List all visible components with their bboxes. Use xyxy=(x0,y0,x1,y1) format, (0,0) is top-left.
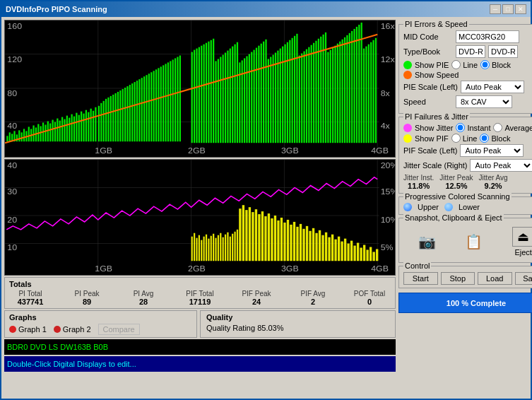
camera-button[interactable]: 📷 xyxy=(418,233,436,250)
svg-rect-97 xyxy=(232,47,233,143)
svg-text:40: 40 xyxy=(7,161,17,170)
graph1-item[interactable]: Graph 1 xyxy=(9,324,47,335)
show-pif-label[interactable]: Show PIF xyxy=(415,134,449,143)
svg-rect-66 xyxy=(148,73,150,141)
pif-peak-value: 24 xyxy=(252,298,261,306)
svg-rect-55 xyxy=(122,89,124,141)
svg-rect-31 xyxy=(64,119,65,142)
quality-title: Quality xyxy=(206,313,389,322)
graph-items: Graph 1 Graph 2 Compare xyxy=(9,324,192,335)
svg-rect-220 xyxy=(309,231,311,261)
svg-rect-196 xyxy=(234,232,235,261)
svg-rect-143 xyxy=(342,40,343,143)
svg-rect-92 xyxy=(220,57,221,143)
compare-button[interactable]: Compare xyxy=(98,324,140,335)
lower-chart: 40 30 20 10 20% 15% 10% 5% 1GB 2GB 3GB 4… xyxy=(4,159,396,276)
svg-rect-225 xyxy=(325,233,327,261)
svg-rect-115 xyxy=(275,53,276,143)
jitter-radio-instant-input[interactable] xyxy=(456,123,465,132)
upper-dot xyxy=(403,203,412,211)
show-speed-label[interactable]: Show Speed xyxy=(415,71,459,79)
svg-rect-76 xyxy=(172,59,174,141)
type-book-row: Type/Book xyxy=(403,45,532,58)
lower-chart-svg: 40 30 20 10 20% 15% 10% 5% 1GB 2GB 3GB 4… xyxy=(5,160,395,275)
svg-rect-146 xyxy=(349,33,350,143)
start-button[interactable]: Start xyxy=(403,272,438,285)
svg-rect-224 xyxy=(321,235,324,261)
minimize-button[interactable]: ─ xyxy=(490,4,501,14)
clipboard-icon: 📋 xyxy=(465,233,483,250)
svg-rect-226 xyxy=(328,237,330,261)
show-jitter-row: Show Jitter Instant Average xyxy=(403,123,532,132)
svg-rect-59 xyxy=(131,83,133,141)
svg-rect-84 xyxy=(201,46,202,143)
pof-total-label: POF Total xyxy=(354,290,385,298)
svg-rect-41 xyxy=(88,112,89,142)
svg-rect-235 xyxy=(357,243,359,261)
svg-rect-180 xyxy=(196,238,197,261)
svg-rect-81 xyxy=(194,50,195,143)
show-pie-label[interactable]: Show PIE xyxy=(415,61,449,69)
jitter-scale-select[interactable]: Auto Peak xyxy=(470,159,532,172)
eject-button[interactable]: ⏏ Eject xyxy=(512,227,532,257)
pif-scale-select[interactable]: Auto Peak xyxy=(460,144,524,157)
pie-scale-select[interactable]: Auto Peak xyxy=(461,81,524,93)
pof-total-value: 0 xyxy=(367,298,372,306)
svg-rect-200 xyxy=(245,210,247,261)
maximize-button[interactable]: □ xyxy=(502,4,514,14)
pie-radio-line[interactable]: Line xyxy=(451,60,478,69)
pie-radio-block[interactable]: Block xyxy=(480,60,511,69)
pie-radio-line-input[interactable] xyxy=(451,60,461,69)
svg-rect-29 xyxy=(59,121,61,142)
camera-icon: 📷 xyxy=(418,233,436,250)
svg-rect-205 xyxy=(261,211,264,261)
pif-radio-line-input[interactable] xyxy=(451,134,461,143)
pif-total-label: PIF Total xyxy=(186,290,213,298)
svg-rect-11 xyxy=(16,134,18,141)
svg-rect-236 xyxy=(360,247,362,261)
speed-select[interactable]: 8x CAV xyxy=(456,95,512,108)
pif-radio-line[interactable]: Line xyxy=(451,134,478,143)
svg-rect-50 xyxy=(110,96,112,141)
svg-rect-46 xyxy=(100,103,102,141)
svg-rect-82 xyxy=(196,49,197,143)
close-button[interactable]: ✕ xyxy=(515,4,526,14)
clipboard-button[interactable]: 📋 xyxy=(465,233,483,250)
save-button[interactable]: Save xyxy=(515,272,533,285)
jitter-radio-instant[interactable]: Instant xyxy=(456,123,490,132)
show-pie-row: Show PIE Line Block xyxy=(403,60,532,69)
svg-rect-34 xyxy=(71,114,73,142)
svg-rect-72 xyxy=(162,65,164,141)
graph2-label: Graph 2 xyxy=(63,325,91,334)
pif-peak-col: PIF Peak 24 xyxy=(235,290,278,306)
pi-errors-group: PI Errors & Speed MID Code Type/Book Sho… xyxy=(398,24,532,114)
load-button[interactable]: Load xyxy=(478,272,512,285)
svg-rect-227 xyxy=(331,235,333,261)
upper-chart-svg: 160 120 80 40 16x 12x 8x 4x 1GB 2GB 3GB … xyxy=(5,20,395,157)
progressive-title: Progressive Colored Scanning xyxy=(403,192,512,201)
svg-rect-197 xyxy=(237,230,238,261)
svg-rect-96 xyxy=(230,49,231,143)
pif-radio-block-input[interactable] xyxy=(480,134,489,143)
pif-radio-block[interactable]: Block xyxy=(480,134,510,143)
svg-rect-221 xyxy=(312,228,314,261)
pie-radio-block-input[interactable] xyxy=(480,60,490,69)
ticker-bar-2: Double-Click Digital Displays to edit... xyxy=(4,356,396,372)
svg-rect-7 xyxy=(6,136,8,141)
show-jitter-label[interactable]: Show Jitter xyxy=(415,124,453,132)
svg-rect-80 xyxy=(191,52,193,143)
svg-rect-189 xyxy=(218,235,219,261)
stop-button[interactable]: Stop xyxy=(441,272,475,285)
svg-rect-63 xyxy=(141,78,143,141)
pi-total-value: 437741 xyxy=(18,298,44,306)
svg-rect-195 xyxy=(232,234,233,261)
svg-rect-144 xyxy=(344,37,345,143)
svg-rect-178 xyxy=(191,237,193,261)
svg-rect-151 xyxy=(361,23,362,143)
left-panel: 160 120 80 40 16x 12x 8x 4x 1GB 2GB 3GB … xyxy=(4,20,396,396)
jitter-radio-average[interactable]: Average xyxy=(493,123,532,132)
jitter-radio-average-input[interactable] xyxy=(493,123,502,132)
svg-rect-188 xyxy=(215,238,216,261)
graph2-item[interactable]: Graph 2 xyxy=(54,324,91,335)
pof-total-col: POF Total 0 xyxy=(348,290,391,306)
